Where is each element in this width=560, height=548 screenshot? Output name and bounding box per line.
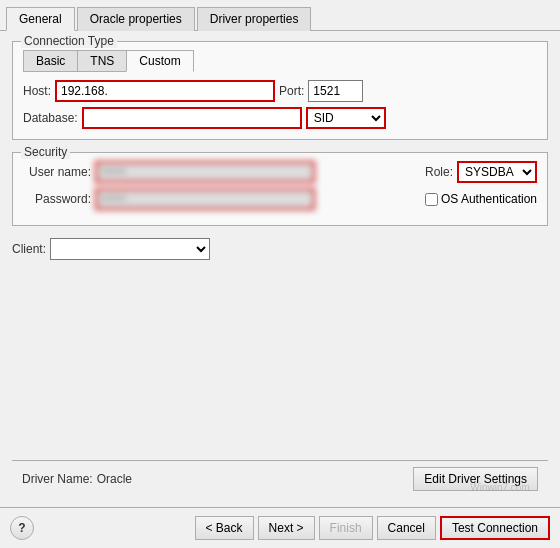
connection-sub-tabs: Basic TNS Custom [23, 50, 537, 72]
client-row: Client: [12, 238, 548, 260]
spacer [12, 268, 548, 452]
security-label: Security [21, 145, 70, 159]
database-label: Database: [23, 111, 78, 125]
username-input[interactable] [95, 161, 315, 183]
port-input[interactable] [308, 80, 363, 102]
help-button[interactable]: ? [10, 516, 34, 540]
tab-driver-properties[interactable]: Driver properties [197, 7, 312, 31]
username-label: User name: [23, 165, 91, 179]
connection-type-label: Connection Type [21, 34, 117, 48]
dialog-container: General Oracle properties Driver propert… [0, 0, 560, 548]
sub-tab-tns[interactable]: TNS [77, 50, 126, 72]
connection-type-group: Connection Type Basic TNS Custom Host: P… [12, 41, 548, 140]
os-auth-label: OS Authentication [441, 192, 537, 206]
driver-name-value: Oracle [97, 472, 132, 486]
client-select[interactable] [50, 238, 210, 260]
port-label: Port: [279, 84, 304, 98]
client-label: Client: [12, 242, 46, 256]
cancel-button[interactable]: Cancel [377, 516, 436, 540]
host-label: Host: [23, 84, 51, 98]
driver-settings-bar: Driver Name: Oracle Edit Driver Settings [12, 460, 548, 497]
os-auth-checkbox[interactable] [425, 193, 438, 206]
password-input[interactable] [95, 188, 315, 210]
tab-general[interactable]: General [6, 7, 75, 31]
password-label: Password: [23, 192, 91, 206]
footer: ? < Back Next > Finish Cancel Test Conne… [0, 507, 560, 548]
edit-driver-settings-button[interactable]: Edit Driver Settings [413, 467, 538, 491]
tab-oracle-properties[interactable]: Oracle properties [77, 7, 195, 31]
role-select[interactable]: SYSDBA SYSOPER Default [457, 161, 537, 183]
main-tabs: General Oracle properties Driver propert… [0, 0, 560, 31]
database-input[interactable] [82, 107, 302, 129]
back-button[interactable]: < Back [195, 516, 254, 540]
footer-buttons: < Back Next > Finish Cancel Test Connect… [195, 516, 550, 540]
content-area: Connection Type Basic TNS Custom Host: P… [0, 31, 560, 507]
test-connection-button[interactable]: Test Connection [440, 516, 550, 540]
database-type-select[interactable]: SID Service name [306, 107, 386, 129]
database-row: Database: SID Service name [23, 107, 537, 129]
role-label: Role: [425, 165, 453, 179]
os-auth-checkbox-label[interactable]: OS Authentication [425, 192, 537, 206]
sub-tab-basic[interactable]: Basic [23, 50, 77, 72]
host-input[interactable] [55, 80, 275, 102]
finish-button[interactable]: Finish [319, 516, 373, 540]
next-button[interactable]: Next > [258, 516, 315, 540]
sub-tab-custom[interactable]: Custom [126, 50, 193, 72]
security-group: Security User name: Role: SYSDBA SYSOPER… [12, 152, 548, 226]
username-row: User name: Role: SYSDBA SYSOPER Default [23, 161, 537, 183]
driver-name-label: Driver Name: [22, 472, 93, 486]
password-row: Password: OS Authentication [23, 188, 537, 210]
host-port-row: Host: Port: [23, 80, 537, 102]
